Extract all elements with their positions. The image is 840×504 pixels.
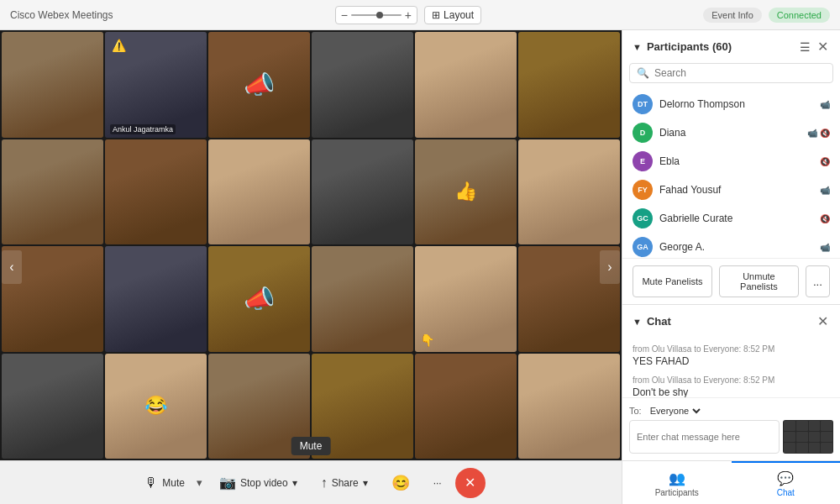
video-cell [518, 32, 620, 138]
participant-item[interactable]: DT Delorno Thompson 📹 [622, 90, 840, 118]
more-button[interactable]: ··· [423, 472, 452, 494]
unmute-panelists-button[interactable]: Unmute Panelists [719, 265, 799, 297]
video-grid: ⚠️Ankul Jagatramka📣👍📣👇😂 [0, 30, 622, 460]
video-dropdown-icon: ▾ [292, 477, 297, 489]
video-emoji: ⚠️ [112, 39, 126, 52]
tab-chat[interactable]: 💬 Chat [732, 461, 841, 504]
stop-video-button[interactable]: 📷 Stop video ▾ [209, 470, 307, 496]
chat-input-area: To: Everyone [622, 397, 840, 460]
chat-msg-text: YES FAHAD [633, 355, 830, 367]
share-icon: ↑ [321, 475, 328, 491]
video-emoji: 📣 [244, 70, 275, 99]
video-cell: 👍 [415, 139, 517, 245]
participants-title: Participants (60) [647, 40, 732, 53]
video-cell [312, 32, 413, 138]
layout-icon: ⊞ [432, 9, 440, 21]
participants-list: DT Delorno Thompson 📹 D Diana 📹 🔇 E Ebla… [622, 90, 840, 258]
participant-item[interactable]: FY Fahad Yousuf 📹 [622, 176, 840, 204]
chat-tab-label: Chat [777, 488, 795, 497]
muted-icon: 🔇 [820, 129, 830, 138]
share-label: Share [332, 477, 359, 489]
to-label: To: [629, 406, 642, 416]
participants-menu-icon[interactable]: ☰ [800, 40, 811, 54]
participants-close-button[interactable]: ✕ [816, 37, 830, 56]
participant-item[interactable]: GC Gabrielle Curate 🔇 [622, 204, 840, 233]
video-cell-name: Ankul Jagatramka [110, 124, 176, 134]
participants-actions: Mute Panelists Unmute Panelists ... [622, 258, 840, 304]
participants-section: ▼ Participants (60) ☰ ✕ 🔍 DT Delorn [622, 30, 840, 305]
nav-arrow-left[interactable]: ‹ [2, 250, 22, 284]
corner-emoji: 👇 [420, 333, 434, 347]
layout-label: Layout [444, 9, 474, 21]
mute-button[interactable]: 🎙 Mute [136, 470, 193, 496]
video-cell [415, 32, 517, 138]
zoom-slider[interactable] [351, 14, 402, 16]
video-emoji: 😂 [144, 395, 167, 417]
video-icon: 📹 [807, 129, 817, 138]
emoji-icon: 😊 [391, 474, 410, 492]
mute-dropdown[interactable]: ▾ [193, 471, 206, 494]
app-name-area: Cisco Webex Meetings [10, 9, 113, 21]
share-button[interactable]: ↑ Share ▾ [311, 470, 378, 496]
muted-icon: 🔇 [820, 214, 830, 223]
end-icon: ✕ [465, 475, 475, 491]
participant-avatar: FY [633, 180, 653, 200]
chat-thumbnail-area [783, 420, 833, 454]
video-emoji: 👍 [454, 181, 477, 202]
main-content: ⚠️Ankul Jagatramka📣👍📣👇😂 ‹ › Mute 🎙 Mute … [0, 30, 840, 504]
participant-name: Gabrielle Curate [659, 213, 813, 224]
more-actions-button[interactable]: ... [806, 265, 830, 297]
participant-item[interactable]: D Diana 📹 🔇 [622, 118, 840, 147]
video-cell [518, 354, 620, 459]
video-label: Stop video [240, 477, 288, 489]
video-cell: 👇 [415, 246, 517, 352]
toolbar: 🎙 Mute ▾ 📷 Stop video ▾ ↑ Share ▾ 😊 ··· [0, 460, 622, 504]
emoji-button[interactable]: 😊 [381, 469, 420, 497]
right-panel: ▼ Participants (60) ☰ ✕ 🔍 DT Delorn [622, 30, 840, 504]
mute-panelists-button[interactable]: Mute Panelists [633, 265, 712, 297]
participant-name: Fahad Yousuf [659, 184, 813, 196]
camera-icon: 📷 [219, 475, 236, 491]
tab-participants[interactable]: 👥 Participants [622, 461, 732, 504]
video-cell: 📣 [208, 246, 310, 352]
video-icon: 📹 [820, 186, 830, 195]
video-cell [518, 139, 620, 245]
zoom-controls: − + [335, 6, 417, 24]
participants-tab-icon: 👥 [669, 470, 685, 486]
participant-name: George A. [659, 241, 813, 253]
participant-item[interactable]: GA George A. 📹 [622, 233, 840, 258]
chat-msg-header: from Olu Villasa to Everyone: 8:52 PM [633, 375, 830, 385]
zoom-minus-btn[interactable]: − [341, 8, 348, 22]
video-cell [208, 139, 310, 245]
chat-recipient-select[interactable]: Everyone [647, 405, 703, 417]
participants-tab-label: Participants [655, 488, 699, 497]
video-cell [2, 32, 103, 138]
zoom-plus-btn[interactable]: + [405, 8, 412, 22]
participant-icons: 📹 [820, 186, 830, 195]
participant-icons: 🔇 [820, 214, 830, 223]
video-cell: ⚠️Ankul Jagatramka [105, 32, 207, 138]
nav-arrow-right[interactable]: › [600, 250, 620, 284]
participant-name: Delorno Thompson [659, 98, 813, 110]
video-cell [415, 354, 517, 459]
search-input[interactable] [654, 67, 826, 79]
video-icon: 📹 [820, 100, 830, 109]
event-info-button[interactable]: Event Info [703, 8, 762, 23]
search-bar: 🔍 [629, 63, 833, 83]
chat-close-button[interactable]: ✕ [816, 312, 830, 331]
chat-input[interactable] [629, 420, 780, 454]
mute-label: Mute [162, 477, 185, 489]
bottom-tab-bar: 👥 Participants 💬 Chat [622, 460, 840, 504]
video-cell [2, 354, 103, 459]
mic-icon: 🎙 [144, 475, 158, 491]
zoom-controls-area: − + ⊞ Layout [335, 6, 481, 24]
layout-button[interactable]: ⊞ Layout [424, 6, 481, 24]
mute-tooltip: Mute [291, 437, 331, 455]
share-dropdown-icon: ▾ [363, 477, 368, 489]
end-call-button[interactable]: ✕ [455, 468, 486, 498]
participant-item[interactable]: E Ebla 🔇 [622, 147, 840, 176]
chat-msg-header: from Olu Villasa to Everyone: 8:52 PM [633, 344, 830, 354]
chat-input-row [629, 420, 833, 454]
video-cell [2, 139, 103, 245]
video-cell [312, 139, 413, 245]
